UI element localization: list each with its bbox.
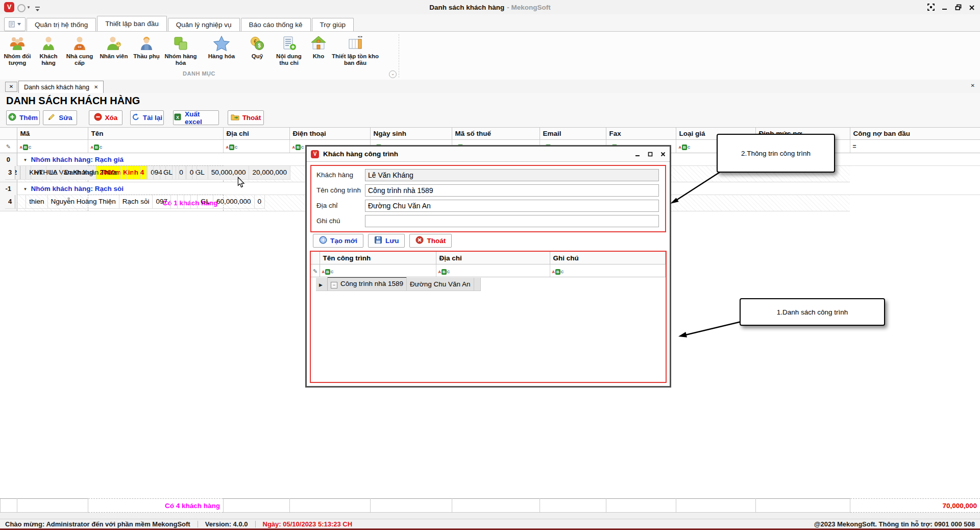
filter-cell-cong_no[interactable]: = xyxy=(850,140,980,153)
collapse-triangle-icon[interactable]: ▼ xyxy=(23,158,28,162)
cell-ngay_sinh[interactable] xyxy=(134,166,140,180)
ribbon-item-5[interactable]: Nhóm hàng hóa xyxy=(161,34,200,66)
ribbon-item-3[interactable]: Nhân viên xyxy=(96,34,132,60)
dialog-filter-cell-ten_cong_trinh[interactable]: ABC xyxy=(320,264,436,277)
dialog-tạo-mới-button[interactable]: Tạo mới xyxy=(313,234,363,248)
dialog-restore-icon[interactable] xyxy=(648,150,653,159)
collapse-triangle-icon[interactable]: ▼ xyxy=(23,187,28,191)
tab-close-icon[interactable]: ✕ xyxy=(94,84,98,90)
cell-email[interactable] xyxy=(147,166,154,180)
thoát-button[interactable]: Thoát xyxy=(228,110,264,125)
cell-dinh_muc_no[interactable]: 60,000,000 xyxy=(213,195,254,209)
dialog-filter-cell-dia_chi[interactable]: ABC xyxy=(436,264,550,277)
text-filter-icon[interactable]: ABC xyxy=(322,269,334,275)
dialog-close-icon[interactable] xyxy=(660,150,666,159)
dialog-input-0[interactable] xyxy=(365,169,659,181)
filter-cell-ma[interactable]: ABC xyxy=(17,140,88,153)
cell-cong_no[interactable]: 0 xyxy=(186,166,197,180)
ribbon-item-9[interactable]: Kho xyxy=(306,34,331,60)
filter-cell-ten[interactable]: ABC xyxy=(88,140,223,153)
ribbon-item-10[interactable]: Thiết lập tồn kho ban đầu xyxy=(331,34,380,66)
minimize-icon[interactable] xyxy=(942,4,948,13)
close-icon[interactable] xyxy=(969,4,975,13)
cell-ma_so_thue[interactable] xyxy=(177,195,184,209)
dialog-titlebar[interactable]: V Khách hàng công trình xyxy=(307,147,670,162)
column-header-ten[interactable]: Tên xyxy=(88,128,223,140)
ribbon-tab-quản-trị-hệ-thống[interactable]: Quản trị hệ thống xyxy=(27,18,96,31)
column-header-dia_chi[interactable]: Địa chỉ xyxy=(223,128,289,140)
cell-dien_thoai[interactable]: 097 xyxy=(153,195,171,209)
dialog-table-row[interactable]: ▶ −Công trình nhà 1589 Đường Chu Văn An xyxy=(316,277,660,290)
cell-dia_chi[interactable] xyxy=(120,166,127,180)
ribbon-item-8[interactable]: Nội dung thu chi xyxy=(272,34,306,66)
cell-dien_thoai[interactable] xyxy=(127,166,134,180)
ribbon-item-7[interactable]: €$ Quỹ xyxy=(243,34,272,60)
dialog-column-header-ghi_chu[interactable]: Ghi chú xyxy=(550,252,666,264)
ribbon-home-menu-button[interactable] xyxy=(4,17,26,31)
xuất-excel-button[interactable]: XXuất excel xyxy=(173,110,219,125)
cell-dinh_muc_no[interactable]: 0 xyxy=(176,166,187,180)
dialog-thoát-button[interactable]: Thoát xyxy=(409,234,452,248)
cell-fax[interactable] xyxy=(154,166,160,180)
text-filter-icon[interactable]: ABC xyxy=(226,144,238,150)
filter-cell-dia_chi[interactable]: ABC xyxy=(223,140,289,153)
dialog-lưu-button[interactable]: Lưu xyxy=(368,234,405,248)
column-header-ma_so_thue[interactable]: Mã số thuế xyxy=(452,128,540,140)
text-filter-icon[interactable]: ABC xyxy=(91,144,103,150)
dialog-column-header-dia_chi[interactable]: Địa chỉ xyxy=(436,252,550,264)
ribbon-tab-quản-lý-nghiệp-vụ[interactable]: Quản lý nghiệp vụ xyxy=(168,18,240,31)
cell-email[interactable] xyxy=(184,195,190,209)
text-filter-icon[interactable]: ABC xyxy=(438,269,450,275)
ribbon-item-4[interactable]: Thầu phụ xyxy=(132,34,161,60)
numeric-filter-icon[interactable]: = xyxy=(853,143,856,150)
column-header-email[interactable]: Email xyxy=(540,128,606,140)
ribbon-item-0[interactable]: Nhóm đối tượng xyxy=(1,34,34,66)
cell-ma_so_thue[interactable] xyxy=(140,166,147,180)
dialog-input-3[interactable] xyxy=(365,215,659,227)
ribbon-item-2[interactable]: DX Nhà cung cấp xyxy=(63,34,96,66)
dialog-column-header-ten_cong_trinh[interactable]: Tên công trình xyxy=(320,252,436,264)
text-filter-icon[interactable]: ABC xyxy=(292,144,304,150)
cell-ngay_sinh[interactable] xyxy=(170,195,177,209)
cell-ten[interactable]: Danh Xuân Thừa xyxy=(61,166,120,180)
close-all-tabs-button[interactable]: ✕ xyxy=(5,82,17,92)
column-header-cong_no[interactable]: Công nợ ban đầu xyxy=(850,128,980,140)
dialog-cell-ghi_chu[interactable] xyxy=(474,278,480,291)
column-header-ngay_sinh[interactable]: Ngày sinh xyxy=(370,128,452,140)
column-header-dien_thoai[interactable]: Điện thoại xyxy=(289,128,370,140)
restore-icon[interactable] xyxy=(955,4,962,13)
sửa-button[interactable]: Sửa xyxy=(43,110,77,125)
expand-box-icon[interactable]: − xyxy=(331,282,337,288)
cell-loai_gia[interactable]: GL xyxy=(160,166,176,180)
dialog-cell-ten_cong_trinh[interactable]: −Công trình nhà 1589 xyxy=(327,278,406,291)
cell-loai_gia[interactable]: GL xyxy=(197,195,213,209)
tabstrip-close-icon[interactable]: ✕ xyxy=(971,83,975,88)
ribbon-tab-trợ-giúp[interactable]: Trợ giúp xyxy=(312,18,354,31)
dialog-cell-dia_chi[interactable]: Đường Chu Văn An xyxy=(407,278,474,291)
text-filter-icon[interactable]: ABC xyxy=(552,269,564,275)
tải-lại-button[interactable]: Tải lại xyxy=(130,110,164,125)
ribbon-tab-báo-cáo-thống-kê[interactable]: Báo cáo thống kê xyxy=(241,18,311,31)
thêm-button[interactable]: Thêm xyxy=(6,110,40,125)
text-filter-icon[interactable]: ABC xyxy=(679,144,691,150)
cell-ten[interactable]: Nguyễn Hoàng Thiện xyxy=(47,195,119,209)
cell-ma[interactable]: KHTHUA xyxy=(15,166,61,180)
dialog-filter-cell-ghi_chu[interactable]: ABC xyxy=(550,264,666,277)
customize-toolbar-icon[interactable] xyxy=(35,5,40,14)
group-dialog-launcher-icon[interactable]: ⌄ xyxy=(389,70,397,78)
column-header-fax[interactable]: Fax xyxy=(606,128,676,140)
chevron-down-icon[interactable]: ▼ xyxy=(27,5,31,10)
tab-danh-sach-khach-hang[interactable]: Danh sách khách hàng ✕ xyxy=(18,81,104,93)
fullscreen-icon[interactable] xyxy=(927,4,935,13)
quick-access-button[interactable] xyxy=(17,4,26,12)
ribbon-tab-thiết-lập-ban-đầu[interactable]: Thiết lập ban đầu xyxy=(97,16,166,31)
dialog-minimize-icon[interactable] xyxy=(635,150,640,159)
dialog-input-1[interactable] xyxy=(365,184,659,197)
text-filter-icon[interactable]: ABC xyxy=(20,144,32,150)
dialog-input-2[interactable] xyxy=(365,200,659,212)
ribbon-item-1[interactable]: Khách hàng xyxy=(34,34,63,66)
ribbon-item-6[interactable]: Hàng hóa xyxy=(200,34,243,60)
cell-fax[interactable] xyxy=(190,195,197,209)
xóa-button[interactable]: Xóa xyxy=(89,110,122,125)
column-header-ma[interactable]: Mã xyxy=(17,128,88,140)
